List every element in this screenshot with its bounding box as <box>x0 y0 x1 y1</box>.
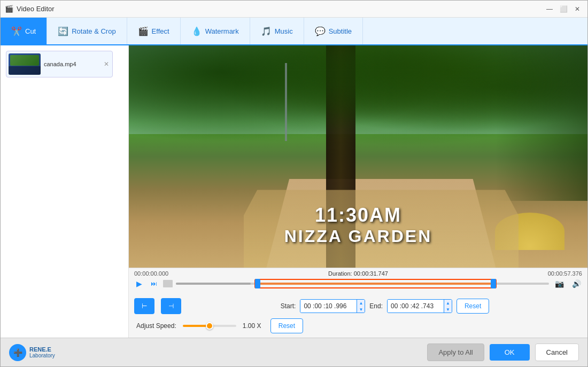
start-label: Start: <box>281 302 296 310</box>
end-label: End: <box>369 302 383 310</box>
timeline-start: 00:00:00.000 <box>134 270 168 277</box>
tab-effect-label: Effect <box>152 27 169 35</box>
speed-slider-wrap <box>183 325 236 327</box>
speed-label: Adjust Speed: <box>136 322 176 330</box>
rotate-icon: 🔄 <box>58 26 68 36</box>
start-time-input[interactable] <box>300 300 357 313</box>
apply-all-button[interactable]: Apply to All <box>427 343 484 361</box>
tab-rotate[interactable]: 🔄 Rotate & Crop <box>47 18 127 44</box>
video-display: 11:30AM NIZZA GARDEN <box>129 45 587 268</box>
tab-rotate-label: Rotate & Crop <box>72 27 115 35</box>
range-handle-right[interactable] <box>491 279 496 288</box>
effect-icon: 🎬 <box>138 26 149 36</box>
end-spinners: ▲ ▼ <box>444 300 452 313</box>
screenshot-button[interactable]: 📷 <box>552 278 566 290</box>
end-decrement[interactable]: ▼ <box>444 306 452 313</box>
cut-left-icon: ⊢ <box>142 302 147 310</box>
thumbnail <box>9 53 41 75</box>
sidebar: canada.mp4 ✕ <box>1 45 129 338</box>
logo-area: ➕ RENE.E Laboratory <box>9 344 55 361</box>
cut-controls: ⊢ ⊣ Start: ▲ ▼ E <box>129 294 587 338</box>
reset-cut-button[interactable]: Reset <box>457 299 489 314</box>
step-forward-button[interactable]: ⏭ <box>148 278 160 290</box>
video-panel: 11:30AM NIZZA GARDEN 00:00:00.000 Durati… <box>129 45 587 338</box>
action-bar: ➕ RENE.E Laboratory Apply to All OK Canc… <box>1 338 587 366</box>
logo-line1: RENE.E <box>29 346 55 353</box>
timeline-track[interactable] <box>176 279 549 288</box>
watermark-icon: 💧 <box>191 26 202 36</box>
cut-row-1: ⊢ ⊣ Start: ▲ ▼ E <box>134 298 582 314</box>
tab-watermark[interactable]: 💧 Watermark <box>181 18 250 44</box>
cut-right-icon: ⊣ <box>168 302 174 310</box>
selection-range[interactable] <box>254 279 497 288</box>
video-frame: 11:30AM NIZZA GARDEN <box>129 45 587 268</box>
end-time-input[interactable] <box>388 300 444 313</box>
subtitle-icon: 💬 <box>315 26 326 36</box>
cut-left-button[interactable]: ⊢ <box>134 298 154 314</box>
maximize-button[interactable]: ⬜ <box>558 3 569 15</box>
timeline-duration: Duration: 00:00:31.747 <box>328 270 388 277</box>
ok-button[interactable]: OK <box>490 344 530 361</box>
stop-button[interactable] <box>163 280 173 287</box>
logo-text: RENE.E Laboratory <box>29 346 55 358</box>
start-increment[interactable]: ▲ <box>357 300 365 306</box>
volume-button[interactable]: 🔊 <box>569 278 583 290</box>
cut-right-button[interactable]: ⊣ <box>161 298 181 314</box>
reset-speed-button[interactable]: Reset <box>270 318 303 333</box>
speed-value: 1.00 X <box>243 322 264 330</box>
logo-line2: Laboratory <box>29 353 55 358</box>
selection-fill <box>256 283 496 285</box>
cut-icon: ✂️ <box>11 26 22 36</box>
timeline-end: 00:00:57.376 <box>548 270 582 277</box>
range-handle-left[interactable] <box>255 279 260 288</box>
tab-effect[interactable]: 🎬 Effect <box>127 18 181 44</box>
start-spinners: ▲ ▼ <box>357 300 365 313</box>
tab-music[interactable]: 🎵 Music <box>250 18 304 44</box>
lamp-post <box>285 63 287 141</box>
logo-icon: ➕ <box>9 344 26 361</box>
start-decrement[interactable]: ▼ <box>357 306 365 313</box>
end-time-input-wrap: ▲ ▼ <box>387 299 452 313</box>
video-editor-window: 🎬 Video Editor — ⬜ ✕ ✂️ Cut 🔄 Rotate & C… <box>0 0 588 367</box>
cancel-button[interactable]: Cancel <box>535 343 579 361</box>
play-button[interactable]: ▶ <box>133 278 145 290</box>
tab-subtitle-label: Subtitle <box>329 27 352 35</box>
end-increment[interactable]: ▲ <box>444 300 452 306</box>
tab-music-label: Music <box>275 27 293 35</box>
minimize-button[interactable]: — <box>544 3 555 15</box>
close-button[interactable]: ✕ <box>571 3 583 15</box>
sidebar-file-item[interactable]: canada.mp4 ✕ <box>6 51 113 77</box>
time-group: Start: ▲ ▼ End: ▲ <box>188 299 582 314</box>
start-time-input-wrap: ▲ ▼ <box>300 299 365 313</box>
playback-bar: 00:00:00.000 Duration: 00:00:31.747 00:0… <box>129 268 587 294</box>
file-name: canada.mp4 <box>44 61 99 67</box>
tab-cut[interactable]: ✂️ Cut <box>1 18 47 44</box>
tab-watermark-label: Watermark <box>205 27 239 35</box>
content-area: canada.mp4 ✕ <box>1 45 587 338</box>
music-icon: 🎵 <box>261 26 272 36</box>
track-background <box>176 283 549 285</box>
tabbar: ✂️ Cut 🔄 Rotate & Crop 🎬 Effect 💧 Waterm… <box>1 18 587 45</box>
speed-slider[interactable] <box>183 325 236 327</box>
tab-cut-label: Cut <box>25 27 36 35</box>
timeline-times: 00:00:00.000 Duration: 00:00:31.747 00:0… <box>133 270 583 277</box>
garden-path <box>244 190 519 268</box>
window-title: Video Editor <box>17 5 544 13</box>
speed-row: Adjust Speed: 1.00 X Reset <box>134 318 582 333</box>
tab-subtitle[interactable]: 💬 Subtitle <box>304 18 363 44</box>
track-played <box>176 283 251 285</box>
window-controls: — ⬜ ✕ <box>544 3 583 15</box>
remove-file-button[interactable]: ✕ <box>103 59 110 69</box>
titlebar: 🎬 Video Editor — ⬜ ✕ <box>1 1 587 18</box>
timeline-controls: ▶ ⏭ 📷 <box>133 278 583 290</box>
